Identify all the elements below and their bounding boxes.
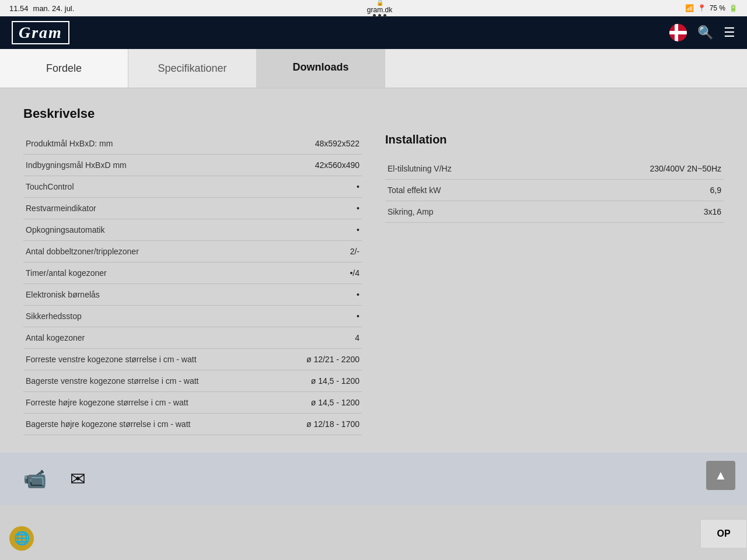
table-row: El-tilslutning V/Hz230/400V 2N~50Hz: [385, 158, 724, 180]
table-row: Total effekt kW6,9: [385, 180, 724, 201]
spec-table: Produktmål HxBxD: mm48x592x522Indbygning…: [23, 133, 362, 435]
table-row: Antal dobbeltzoner/tripplezoner2/-: [23, 241, 362, 262]
op-button[interactable]: OP: [700, 519, 747, 548]
table-row: TouchControl•: [23, 176, 362, 198]
navbar: Gram 🔍 ☰: [0, 16, 747, 49]
search-icon[interactable]: 🔍: [697, 25, 713, 40]
section-title: Beskrivelse: [23, 106, 724, 121]
lock-icon: 🔒: [376, 0, 383, 6]
cookie-icon[interactable]: 🌐: [9, 526, 34, 551]
table-row: Sikkerhedsstop•: [23, 306, 362, 327]
status-bar: 11.54 man. 24. jul. 🔒 gram.dk 📶 📍 75 % 🔋: [0, 0, 747, 16]
specs-column: Produktmål HxBxD: mm48x592x522Indbygning…: [23, 133, 362, 435]
table-row: Bagerste venstre kogezone størrelse i cm…: [23, 370, 362, 392]
table-row: Timer/antal kogezoner•/4: [23, 262, 362, 284]
table-row: Produktmål HxBxD: mm48x592x522: [23, 133, 362, 155]
table-row: Antal kogezoner4: [23, 327, 362, 349]
flag-icon[interactable]: [669, 24, 687, 41]
tab-specifikationer[interactable]: Specifikationer: [128, 49, 257, 88]
status-time: 11.54: [9, 4, 29, 13]
scroll-top-button[interactable]: ▲: [706, 461, 735, 490]
footer: 📹 ✉: [0, 453, 747, 505]
installation-title: Installation: [385, 133, 724, 146]
table-row: Indbygningsmål HxBxD mm42x560x490: [23, 155, 362, 176]
url-display: gram.dk: [367, 6, 392, 14]
tab-fordele[interactable]: Fordele: [0, 49, 128, 88]
location-icon: 📍: [697, 4, 706, 12]
menu-icon[interactable]: ☰: [724, 25, 735, 40]
main-content: Beskrivelse Produktmål HxBxD: mm48x592x5…: [0, 89, 747, 453]
installation-column: Installation El-tilslutning V/Hz230/400V…: [385, 133, 724, 435]
url-dots: [373, 14, 386, 17]
scroll-top-icon: ▲: [714, 468, 727, 483]
battery-text: 75 %: [710, 4, 725, 12]
email-icon[interactable]: ✉: [70, 468, 86, 490]
navbar-icons: 🔍 ☰: [669, 24, 735, 41]
table-row: Bagerste højre kogezone størrelse i cm -…: [23, 414, 362, 435]
tabs-container: Fordele Specifikationer Downloads: [0, 49, 747, 89]
wifi-icon: 📶: [685, 4, 694, 12]
video-icon[interactable]: 📹: [23, 468, 47, 490]
table-row: Opkogningsautomatik•: [23, 219, 362, 241]
battery-icon: 🔋: [729, 4, 738, 12]
installation-table: El-tilslutning V/Hz230/400V 2N~50HzTotal…: [385, 158, 724, 223]
table-row: Forreste højre kogezone størrelse i cm -…: [23, 392, 362, 414]
logo: Gram: [12, 21, 69, 44]
two-column-layout: Produktmål HxBxD: mm48x592x522Indbygning…: [23, 133, 724, 435]
status-date: man. 24. jul.: [33, 4, 75, 13]
table-row: Forreste venstre kogezone størrelse i cm…: [23, 349, 362, 370]
table-row: Elektronisk børnelås•: [23, 284, 362, 306]
tab-downloads[interactable]: Downloads: [257, 49, 385, 88]
table-row: Restvarmeindikator•: [23, 198, 362, 219]
table-row: Sikring, Amp3x16: [385, 201, 724, 223]
